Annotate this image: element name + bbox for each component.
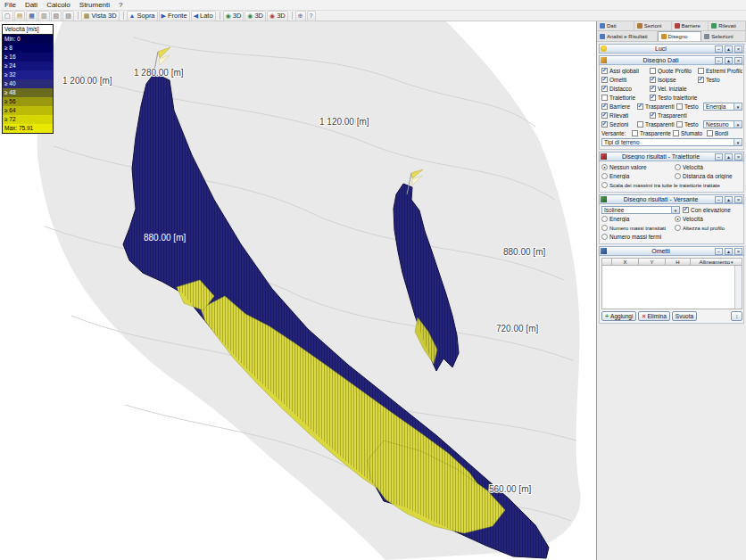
traiettorie-header[interactable]: Disegno risultati - Traiettorie − ▴ × [599, 152, 744, 161]
close-icon[interactable]: × [734, 57, 742, 64]
collapse-icon[interactable]: − [715, 57, 723, 64]
versante-header[interactable]: Disegno risultati - Versante − ▴ × [599, 194, 744, 204]
close-icon[interactable]: × [734, 196, 742, 203]
tab-selezioni[interactable]: Selezioni [701, 31, 746, 41]
checkbox-distacco[interactable]: ✓Distacco [601, 86, 650, 92]
checkbox-trasparenti-sezioni[interactable]: Trasparenti [637, 121, 676, 128]
radio-velocita-versante[interactable]: ●Velocità [675, 216, 742, 222]
save-button[interactable]: ▦ [26, 11, 37, 21]
checkbox-sezioni[interactable]: ✓Sezioni [601, 121, 637, 128]
menu-help[interactable]: ? [114, 0, 127, 10]
radio-numero-massi-transitati[interactable]: Numero massi transitati [601, 225, 675, 231]
column-header-x[interactable]: X [612, 258, 639, 266]
tab-analisi-e-risultati[interactable]: Analisi e Risultati [597, 31, 658, 41]
chevron-down-icon[interactable]: ▾ [734, 121, 742, 128]
radio-nessun-valore[interactable]: ●Nessun valore [601, 164, 675, 170]
elimina-button[interactable]: ×Elimina [638, 311, 669, 321]
checkbox-testo-sezioni[interactable]: Testo [676, 121, 703, 128]
close-icon[interactable]: × [734, 153, 742, 161]
tab-rilevati[interactable]: Rilevati [709, 21, 746, 30]
attach-button[interactable]: ⊕ [295, 11, 306, 21]
checkbox-testo[interactable]: ✓Testo [698, 77, 742, 83]
collapse-icon[interactable]: − [715, 153, 723, 161]
checkbox-sfumato[interactable]: Sfumato [673, 130, 707, 136]
print-button[interactable]: ▥ [38, 11, 50, 21]
tab-sezioni[interactable]: Sezioni [634, 21, 672, 30]
view-3d-button-2[interactable]: ◉ 3D [245, 11, 266, 21]
checkbox-ometti[interactable]: ✓Ometti [601, 77, 650, 83]
menu-file[interactable]: File [0, 0, 21, 10]
radio-distanza-da-origine[interactable]: Distanza da origine [675, 173, 742, 179]
chevron-down-icon[interactable]: ▾ [671, 207, 679, 213]
checkbox-con-elevazione[interactable]: ✓Con elevazione [683, 207, 742, 213]
help-button[interactable]: ? [307, 11, 316, 21]
export-button[interactable]: ▨ [62, 11, 74, 21]
checkbox-quote-profilo[interactable]: Quote Profilo [650, 68, 698, 74]
checkbox-trasparente-versante[interactable]: Trasparente [632, 130, 673, 136]
close-icon[interactable]: × [734, 45, 742, 53]
ometti-header[interactable]: Ometti − ▴ × [599, 246, 744, 256]
checkbox-trasparenti-barriere[interactable]: ✓Trasparenti [637, 103, 676, 110]
collapse-icon[interactable]: − [715, 248, 723, 255]
collapse-icon[interactable]: − [715, 45, 723, 53]
chevron-down-icon[interactable]: ▾ [734, 139, 742, 145]
viewport-3d[interactable]: 1 280.00 [m] 1 200.00 [m] 1 120.00 [m] 8… [0, 21, 596, 560]
isolinee-select[interactable]: Isolinee▾ [601, 206, 680, 214]
checkbox-rilevati[interactable]: ✓Rilevati [601, 112, 650, 119]
column-header-y[interactable]: Y [639, 258, 666, 266]
expand-up-icon[interactable]: ▴ [725, 248, 733, 255]
menu-dati[interactable]: Dati [21, 0, 42, 10]
column-header-allineamento[interactable]: Allineamento▾ [691, 258, 742, 266]
view-3d-button-3[interactable]: ◉ 3D [267, 11, 288, 21]
new-button[interactable]: ▢ [2, 11, 13, 21]
svuota-button[interactable]: Svuota [672, 311, 697, 321]
ometti-table-body[interactable] [601, 266, 742, 309]
vista-3d-button[interactable]: ▩ Vista 3D [81, 11, 120, 21]
barriere-value-select[interactable]: Energia▾ [703, 103, 742, 111]
checkbox-estremi-profilo[interactable]: Estremi Profilo [698, 68, 742, 74]
lato-button[interactable]: ◀ Lato [191, 11, 216, 21]
table-scrollbar[interactable] [734, 266, 742, 309]
menu-calcolo[interactable]: Calcolo [42, 0, 75, 10]
checkbox-trasparenti-rilevati[interactable]: ✓Trasparenti [650, 112, 742, 119]
chevron-down-icon[interactable]: ▾ [734, 103, 742, 110]
tipi-di-terreno-select[interactable]: Tipi di terreno▾ [601, 138, 742, 146]
expand-up-icon[interactable]: ▴ [725, 57, 733, 64]
open-button[interactable]: ▤ [14, 11, 26, 21]
column-header-h[interactable]: H [666, 258, 691, 266]
radio-scala-massimi[interactable]: Scala dei massimi tra tutte le traiettor… [601, 182, 742, 188]
disegno-dati-header[interactable]: Disegno Dati − ▴ × [599, 55, 744, 65]
tab-dati[interactable]: Dati [597, 21, 634, 30]
checkbox-barriere[interactable]: ✓Barriere [601, 103, 637, 110]
radio-numero-massi-fermi[interactable]: Numero massi fermi [601, 234, 742, 240]
aggiungi-button[interactable]: +Aggiungi [601, 311, 636, 321]
checkbox-assi-globali[interactable]: ✓Assi globali [601, 68, 650, 74]
sopra-button[interactable]: ▲ Sopra [127, 11, 158, 21]
expand-up-icon[interactable]: ▴ [725, 196, 733, 203]
fronte-button[interactable]: ▶ Fronte [159, 11, 190, 21]
radio-altezza-sul-profilo[interactable]: Altezza sul profilo [675, 225, 742, 231]
checkbox-testo-barriere[interactable]: Testo [676, 103, 703, 110]
view-3d-button-1[interactable]: ◉ 3D [223, 11, 245, 21]
expand-up-icon[interactable]: ▴ [725, 45, 733, 53]
checkbox-traiettorie[interactable]: Traiettorie [601, 95, 650, 101]
copy-button[interactable]: ▧ [51, 11, 62, 21]
reorder-button[interactable]: ↕ [731, 311, 742, 321]
checkbox-testo-traiettorie[interactable]: ✓Testo traiettorie [650, 95, 742, 101]
tab-barriere[interactable]: Barriere [672, 21, 709, 30]
radio-energia-traiettorie[interactable]: Energia [601, 173, 675, 179]
checkbox-vel-iniziale[interactable]: ✓Vel. iniziale [650, 86, 742, 92]
collapse-icon[interactable]: − [715, 196, 723, 203]
radio-energia-versante[interactable]: Energia [601, 216, 675, 222]
checkbox-label: Trasparente [640, 130, 671, 136]
tab-disegno[interactable]: Disegno [658, 31, 702, 41]
menu-strumenti[interactable]: Strumenti [75, 0, 114, 10]
checkbox-bordi[interactable]: Bordi [707, 130, 742, 136]
checkbox-isoipse[interactable]: ✓Isoipse [650, 77, 698, 83]
luci-header[interactable]: Luci − ▴ × [599, 44, 744, 54]
scene-svg[interactable]: 1 280.00 [m] 1 200.00 [m] 1 120.00 [m] 8… [0, 21, 596, 560]
radio-velocita-traiettorie[interactable]: Velocità [675, 164, 742, 170]
expand-up-icon[interactable]: ▴ [725, 153, 733, 161]
close-icon[interactable]: × [734, 248, 742, 255]
sezioni-value-select[interactable]: Nessuno▾ [703, 120, 742, 128]
